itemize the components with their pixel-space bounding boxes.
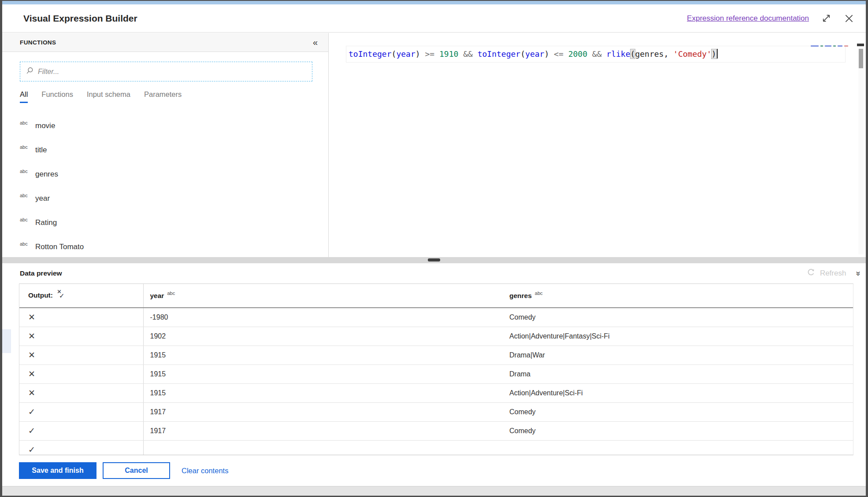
cell-year: 1915 (143, 346, 508, 364)
editor-scrollbar-thumb[interactable] (859, 49, 863, 68)
data-preview-bar: Data preview Refresh « (2, 263, 866, 283)
row-match-check-icon: ✓ (28, 445, 35, 454)
data-preview-table: Output:✕✓ yearabc genresabc ✕-1980Comedy… (19, 284, 853, 455)
schema-item-rating[interactable]: abcRating (2, 210, 328, 235)
tab-parameters[interactable]: Parameters (144, 90, 182, 103)
cell-genres: Action|Adventure|Fantasy|Sci-Fi (508, 327, 853, 346)
tab-functions[interactable]: Functions (41, 90, 73, 103)
expression-editor[interactable]: toInteger(year) >= 1910 && toInteger(yea… (329, 33, 866, 257)
schema-item-year[interactable]: abcyear (2, 186, 328, 210)
cell-year: 1915 (143, 364, 508, 383)
cell-output: ✓ (19, 402, 143, 421)
minimap-segment (825, 45, 831, 47)
genres-header-label: genres (509, 292, 532, 299)
row-no-match-cross-icon: ✕ (28, 388, 35, 398)
filter-input[interactable] (38, 68, 312, 76)
builder-body: FUNCTIONS « AllFunctionsInput schemaPara… (2, 33, 866, 257)
type-badge: abc (20, 241, 29, 247)
cell-genres: Drama|War (508, 346, 853, 364)
row-no-match-cross-icon: ✕ (28, 313, 35, 322)
schema-item-label: movie (35, 121, 55, 130)
table-row[interactable]: ✕1902Action|Adventure|Fantasy|Sci-Fi (19, 327, 853, 346)
dialog-title: Visual Expression Builder (23, 13, 687, 24)
type-badge: abc (20, 169, 29, 174)
tab-all[interactable]: All (20, 90, 28, 103)
output-toggle-icon[interactable]: ✕✓ (56, 291, 66, 301)
search-icon (26, 66, 34, 77)
refresh-label: Refresh (820, 269, 846, 278)
code-token: ) (712, 49, 716, 59)
cell-year: 1902 (143, 327, 508, 346)
type-badge: abc (20, 193, 29, 198)
code-token: ) (544, 49, 549, 59)
functions-panel-header: FUNCTIONS « (2, 33, 328, 52)
cell-output: ✕ (19, 327, 143, 346)
refresh-button[interactable]: Refresh (806, 268, 846, 279)
collapse-panel-icon[interactable]: « (313, 38, 318, 47)
row-no-match-cross-icon: ✕ (28, 350, 35, 360)
type-badge: abc (20, 120, 29, 125)
table-row[interactable]: ✕1915Action|Adventure|Sci-Fi (19, 383, 853, 402)
save-and-finish-button[interactable]: Save and finish (19, 462, 96, 479)
code-token: toInteger (349, 49, 392, 59)
code-token: >= (420, 49, 439, 59)
collapse-preview-icon[interactable]: « (853, 271, 861, 276)
code-token: ) (415, 49, 420, 59)
cell-output: ✓ (19, 440, 143, 455)
table-row[interactable]: ✕1915Drama (19, 364, 853, 383)
table-row[interactable]: ✓1917Comedy (19, 402, 853, 421)
minimap-segment (833, 45, 836, 47)
close-icon[interactable] (844, 13, 854, 24)
table-row[interactable]: ✓1917Comedy (19, 421, 853, 440)
panel-splitter[interactable] (2, 257, 866, 263)
dialog-titlebar: Visual Expression Builder Expression ref… (2, 4, 866, 33)
code-token: && (458, 49, 477, 59)
schema-item-movie[interactable]: abcmovie (2, 114, 328, 138)
cell-genres (508, 440, 853, 455)
expand-dialog-icon[interactable] (821, 13, 831, 23)
schema-item-genres[interactable]: abcgenres (2, 162, 328, 186)
text-cursor (717, 49, 718, 59)
code-token: && (587, 49, 606, 59)
expression-code-line[interactable]: toInteger(year) >= 1910 && toInteger(yea… (349, 49, 718, 59)
cell-year: 1917 (143, 402, 508, 421)
functions-panel-title: FUNCTIONS (20, 39, 313, 46)
background-strip (2, 486, 866, 496)
cell-year: 1915 (143, 383, 508, 402)
code-token: ( (392, 49, 397, 59)
data-preview-table-wrapper: Output:✕✓ yearabc genresabc ✕-1980Comedy… (19, 283, 853, 455)
cell-genres: Action|Adventure|Sci-Fi (508, 383, 853, 402)
visual-expression-builder-dialog: Visual Expression Builder Expression ref… (0, 0, 868, 497)
year-type-badge: abc (167, 291, 175, 296)
functions-panel: FUNCTIONS « AllFunctionsInput schemaPara… (2, 33, 329, 257)
code-token: rlike (606, 49, 630, 59)
year-header-label: year (150, 292, 164, 299)
cell-genres: Comedy (508, 402, 853, 421)
schema-item-title[interactable]: abctitle (2, 138, 328, 162)
dialog-footer: Save and finish Cancel Clear contents (2, 455, 866, 486)
type-badge: abc (20, 144, 29, 150)
column-header-year[interactable]: yearabc (143, 284, 508, 308)
editor-minimap (811, 45, 848, 47)
code-token: genres (635, 49, 664, 59)
table-row[interactable]: ✕1915Drama|War (19, 346, 853, 364)
table-row[interactable]: ✕-1980Comedy (19, 308, 853, 327)
editor-scrollbar[interactable] (858, 47, 864, 254)
column-header-output[interactable]: Output:✕✓ (19, 284, 143, 308)
table-header-row: Output:✕✓ yearabc genresabc (19, 284, 853, 308)
code-token: <= (549, 49, 568, 59)
expression-reference-link[interactable]: Expression reference documentation (687, 14, 809, 23)
refresh-icon (806, 268, 816, 279)
schema-item-label: title (35, 146, 47, 155)
tab-input-schema[interactable]: Input schema (87, 90, 130, 103)
minimap-segment (838, 45, 842, 47)
cancel-button[interactable]: Cancel (103, 462, 170, 479)
code-token: year (525, 49, 544, 59)
table-row[interactable]: ✓ (19, 440, 853, 455)
minimap-segment (844, 45, 848, 47)
schema-item-rotton-tomato[interactable]: abcRotton Tomato (2, 235, 328, 257)
splitter-handle[interactable] (428, 258, 440, 261)
column-header-genres[interactable]: genresabc (508, 284, 853, 308)
type-badge: abc (20, 217, 29, 222)
clear-contents-link[interactable]: Clear contents (182, 467, 228, 475)
